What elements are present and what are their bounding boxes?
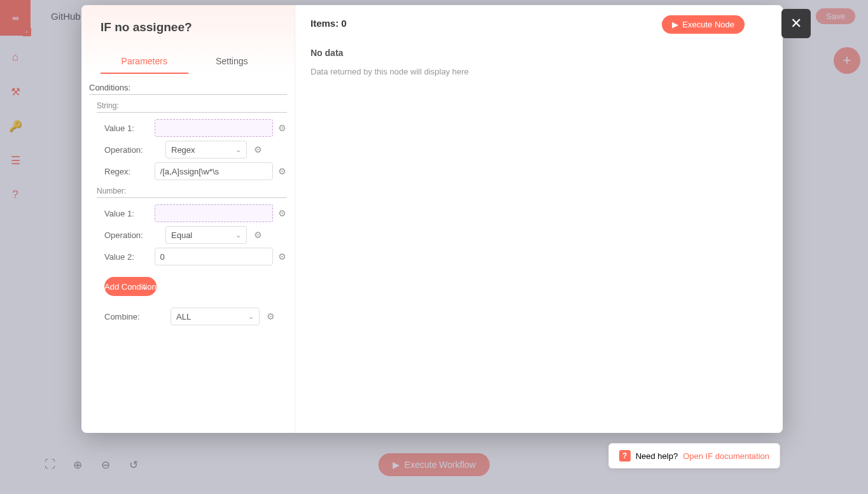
combine-select[interactable]: ALL ⌄	[171, 307, 260, 325]
number-operation-value: Equal	[171, 230, 192, 240]
no-data-subtext: Data returned by this node will display …	[311, 67, 767, 76]
node-editor-modal: IF no assignee? Parameters Settings Cond…	[81, 5, 783, 433]
conditions-label: Conditions:	[89, 83, 287, 95]
number-operation-select[interactable]: Equal ⌄	[165, 226, 247, 244]
combine-label: Combine:	[104, 312, 165, 321]
gear-icon[interactable]: ⚙	[278, 208, 287, 219]
no-data-heading: No data	[311, 48, 767, 58]
number-value1-label: Value 1:	[104, 209, 150, 218]
string-operation-value: Regex	[171, 145, 195, 155]
chevron-down-icon: ⌄	[141, 282, 148, 291]
help-icon: ?	[619, 450, 631, 462]
string-group-label: String:	[97, 101, 287, 113]
add-condition-button[interactable]: Add Condition ⌄	[104, 277, 157, 296]
string-regex-row: Regex: ⚙	[104, 162, 287, 180]
tab-parameters[interactable]: Parameters	[101, 50, 188, 74]
string-regex-label: Regex:	[104, 167, 150, 176]
number-value2-label: Value 2:	[104, 252, 150, 262]
number-operation-row: Operation: Equal ⌄ ⚙	[104, 226, 287, 244]
chevron-down-icon: ⌄	[235, 146, 241, 154]
number-value1-input[interactable]	[155, 204, 273, 222]
modal-left-panel: IF no assignee? Parameters Settings Cond…	[81, 5, 295, 433]
string-value1-label: Value 1:	[104, 123, 150, 133]
string-value1-input[interactable]	[155, 119, 273, 137]
execute-node-button[interactable]: ▶ Execute Node	[662, 15, 745, 34]
gear-icon[interactable]: ⚙	[265, 311, 276, 322]
number-value2-row: Value 2: ⚙	[104, 248, 287, 265]
gear-icon[interactable]: ⚙	[278, 166, 287, 177]
string-operation-select[interactable]: Regex ⌄	[165, 141, 247, 159]
chevron-down-icon: ⌄	[235, 231, 241, 239]
number-group-label: Number:	[97, 187, 287, 198]
string-value1-row: Value 1: ⚙	[104, 119, 287, 137]
help-text: Need help?	[636, 451, 678, 461]
combine-row: Combine: ALL ⌄ ⚙	[104, 307, 279, 325]
close-button[interactable]: ✕	[781, 9, 811, 38]
gear-icon[interactable]: ⚙	[252, 144, 263, 155]
play-icon: ▶	[672, 20, 678, 29]
chevron-down-icon: ⌄	[248, 313, 254, 321]
help-bubble: ? Need help? Open IF documentation	[608, 443, 780, 469]
gear-icon[interactable]: ⚙	[278, 251, 287, 262]
number-operation-label: Operation:	[104, 230, 160, 240]
tab-settings[interactable]: Settings	[188, 50, 276, 74]
close-icon: ✕	[790, 15, 802, 32]
gear-icon[interactable]: ⚙	[278, 122, 287, 134]
string-regex-input[interactable]	[155, 162, 273, 180]
docs-link[interactable]: Open IF documentation	[683, 451, 769, 461]
number-value1-row: Value 1: ⚙	[104, 204, 287, 222]
gear-icon[interactable]: ⚙	[252, 229, 263, 241]
execute-node-label: Execute Node	[682, 20, 734, 29]
string-operation-label: Operation:	[104, 145, 160, 155]
modal-tabs: Parameters Settings	[101, 50, 276, 74]
add-condition-label: Add Condition	[104, 282, 157, 292]
parameters-body: Conditions: String: Value 1: ⚙ Operation…	[81, 74, 295, 433]
combine-value: ALL	[176, 312, 191, 321]
modal-header: IF no assignee? Parameters Settings	[81, 5, 295, 74]
number-value2-input[interactable]	[155, 248, 273, 265]
string-operation-row: Operation: Regex ⌄ ⚙	[104, 141, 287, 159]
modal-right-panel: Items: 0 No data Data returned by this n…	[295, 5, 783, 433]
node-title: IF no assignee?	[101, 20, 276, 34]
